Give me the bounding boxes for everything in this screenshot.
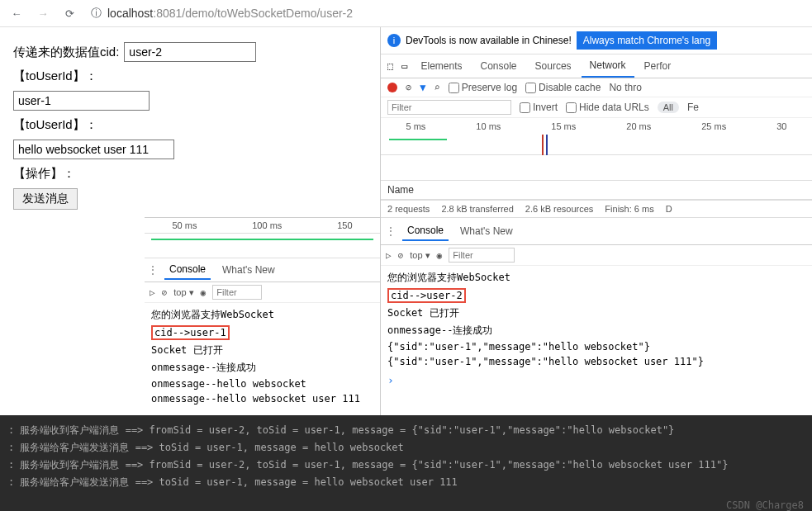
devtools-banner: i DevTools is now available in Chinese! …	[381, 27, 812, 54]
console-line: onmessage--连接成功	[151, 359, 373, 376]
console-line-highlighted: cid-->user-1	[151, 325, 230, 340]
info-icon: ⓘ	[88, 5, 104, 21]
network-name-header[interactable]: Name	[381, 180, 812, 200]
console-line: onmessage--hello websocket user 111	[151, 391, 373, 406]
tab-sources[interactable]: Sources	[527, 55, 580, 77]
forward-icon[interactable]: →	[35, 5, 51, 21]
stat-transferred: 2.8 kB transferred	[441, 204, 513, 214]
terminal-line: : 服务端给客户端发送消息 ==> toSid = user-1, messag…	[8, 439, 804, 457]
disable-cache-checkbox[interactable]: Disable cache	[525, 82, 601, 93]
back-icon[interactable]: ←	[8, 5, 25, 21]
url-host: localhost	[107, 7, 153, 20]
tl-tick: 10 ms	[476, 121, 501, 131]
tl-tick: 5 ms	[406, 121, 426, 131]
network-timeline[interactable]	[381, 135, 812, 155]
page-content: 传递来的数据值cid: 【toUserId】： 【toUserId】： 【操作】…	[0, 27, 380, 415]
play-icon[interactable]: ▷	[150, 287, 155, 298]
console-line-highlighted: cid-->user-2	[387, 288, 466, 303]
tab-whatsnew[interactable]: What's New	[217, 261, 280, 279]
devtools-panel: i DevTools is now available in Chinese! …	[380, 27, 812, 415]
context-selector[interactable]: top ▾	[410, 250, 430, 261]
context-selector[interactable]: top ▾	[173, 287, 193, 298]
tab-network[interactable]: Network	[582, 54, 634, 78]
tl-tick: 150	[337, 220, 352, 230]
send-button[interactable]: 发送消息	[13, 188, 78, 210]
stat-finish: Finish: 6 ms	[605, 204, 653, 214]
drawer-tab-whatsnew[interactable]: What's New	[455, 222, 518, 240]
more-icon[interactable]: ⋮	[386, 225, 396, 237]
console-line: Socket 已打开	[387, 305, 805, 322]
watermark: CSDN @Charge8	[726, 499, 804, 511]
console-line: {"sid":"user-1","message":"hello websock…	[387, 339, 805, 354]
tl-tick: 15 ms	[551, 121, 576, 131]
network-filter[interactable]	[387, 100, 511, 115]
console-output: 您的浏览器支持WebSocket cid-->user-1 Socket 已打开…	[145, 303, 380, 409]
info-icon: i	[387, 34, 401, 47]
clear-icon[interactable]: ⊘	[398, 250, 404, 261]
url-bar[interactable]: ⓘ localhost:8081/demo/toWebSocketDemo/us…	[88, 5, 353, 21]
console-line: 您的浏览器支持WebSocket	[151, 306, 373, 324]
tl-tick: 30	[776, 121, 786, 131]
message-input[interactable]	[13, 140, 174, 159]
console-line: onmessage--hello websocket	[151, 376, 373, 391]
cid-label: 传递来的数据值cid:	[13, 45, 119, 60]
stat-resources: 2.6 kB resources	[525, 204, 594, 214]
inspect-icon[interactable]: ⬚	[384, 57, 397, 75]
to-user-label: 【toUserId】：	[13, 69, 97, 84]
terminal-line: : 服务端收到客户端消息 ==> fromSid = user-2, toSid…	[8, 457, 804, 474]
console-line: 您的浏览器支持WebSocket	[387, 269, 805, 286]
play-icon[interactable]: ▷	[386, 250, 392, 261]
cid-input[interactable]	[124, 42, 256, 62]
tl-tick: 100 ms	[252, 220, 282, 230]
tab-console[interactable]: Console	[472, 55, 525, 77]
filter-icon[interactable]: ▼	[420, 82, 425, 93]
banner-button[interactable]: Always match Chrome's lang	[577, 31, 717, 50]
stat-requests: 2 requests	[387, 204, 430, 214]
console-filter[interactable]	[212, 285, 262, 300]
console-line: Socket 已打开	[151, 342, 373, 359]
preserve-log-checkbox[interactable]: Preserve log	[449, 82, 517, 93]
invert-checkbox[interactable]: Invert	[520, 102, 558, 113]
more-icon[interactable]: ⋮	[148, 264, 158, 276]
clear-icon[interactable]: ⊘	[406, 82, 411, 93]
eye-icon[interactable]: ◉	[437, 250, 443, 261]
tl-tick: 20 ms	[626, 121, 651, 131]
console-output: 您的浏览器支持WebSocket cid-->user-2 Socket 已打开…	[381, 266, 812, 372]
left-devtools: 50 ms 100 ms 150 ⋮ Console What's New ▷ …	[145, 217, 380, 425]
tab-console[interactable]: Console	[164, 260, 211, 280]
throttling-selector[interactable]: No thro	[609, 82, 641, 93]
reload-icon[interactable]: ⟳	[61, 5, 78, 21]
hide-urls-checkbox[interactable]: Hide data URLs	[566, 102, 649, 113]
server-terminal: : 服务端收到客户端消息 ==> fromSid = user-2, toSid…	[0, 415, 812, 511]
tl-tick: 50 ms	[172, 220, 197, 230]
terminal-line: : 服务端给客户端发送消息 ==> toSid = user-1, messag…	[8, 474, 804, 491]
console-line: {"sid":"user-1","message":"hello websock…	[387, 354, 805, 369]
tab-performance[interactable]: Perfor	[636, 55, 680, 77]
timeline-bar	[145, 234, 380, 258]
eye-icon[interactable]: ◉	[201, 287, 207, 298]
banner-text: DevTools is now available in Chinese!	[406, 35, 572, 46]
tab-elements[interactable]: Elements	[412, 55, 470, 77]
drawer-tab-console[interactable]: Console	[402, 221, 449, 241]
to-user-input[interactable]	[13, 91, 150, 111]
console-line: onmessage--连接成功	[387, 322, 805, 339]
action-label: 【操作】：	[13, 166, 75, 182]
url-port: :8081	[153, 7, 182, 20]
console-filter[interactable]	[449, 248, 515, 263]
browser-toolbar: ← → ⟳ ⓘ localhost:8081/demo/toWebSocketD…	[0, 0, 812, 27]
search-icon[interactable]: ⌕	[434, 82, 439, 93]
stat-d: D	[666, 204, 672, 214]
filter-all[interactable]: All	[658, 102, 679, 113]
console-prompt[interactable]: ›	[381, 372, 812, 388]
terminal-line: : 服务端收到客户端消息 ==> fromSid = user-2, toSid…	[8, 422, 804, 439]
timeline-header: 50 ms 100 ms 150	[145, 218, 380, 234]
filter-fe[interactable]: Fe	[687, 102, 699, 113]
network-timeline-header: 5 ms 10 ms 15 ms 20 ms 25 ms 30	[381, 118, 812, 135]
to-user-label-2: 【toUserId】：	[13, 117, 97, 133]
device-icon[interactable]: ▭	[398, 57, 411, 75]
clear-icon[interactable]: ⊘	[162, 287, 168, 298]
network-stats: 2 requests 2.8 kB transferred 2.6 kB res…	[381, 200, 812, 218]
record-icon[interactable]	[387, 83, 397, 92]
url-path: /demo/toWebSocketDemo/user-2	[182, 7, 353, 20]
tl-tick: 25 ms	[701, 121, 726, 131]
